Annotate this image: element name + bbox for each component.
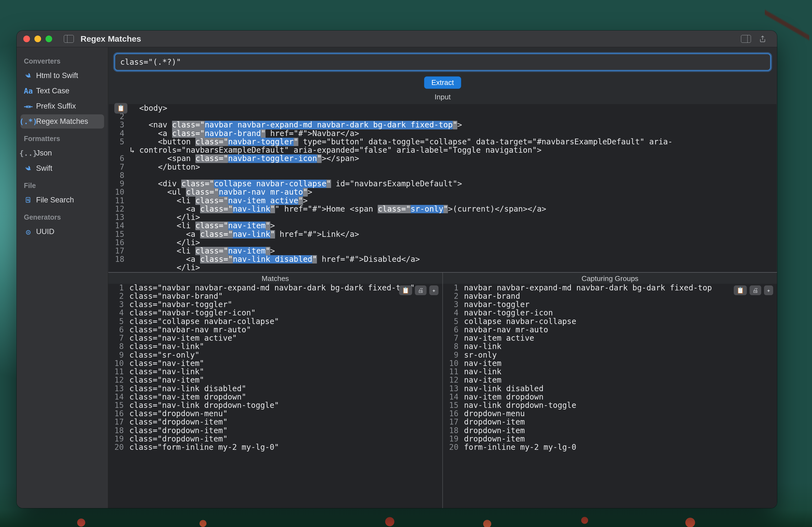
code-line: 15 <a class="nav-link" href="#">Link</a> xyxy=(109,230,777,239)
match-row: 6class="navbar-nav mr-auto" xyxy=(108,326,443,334)
group-row: 10nav-item xyxy=(443,359,777,368)
input-section-label: Input xyxy=(108,91,777,104)
print-matches-button[interactable]: 🖨 xyxy=(415,285,426,296)
copy-groups-button[interactable]: 📋 xyxy=(734,285,747,296)
clear-groups-button[interactable]: ✦ xyxy=(764,285,773,296)
match-row: 19class="dropdown-item" xyxy=(108,435,443,443)
match-row: 16class="dropdown-menu" xyxy=(108,410,443,418)
code-line: 14 <li class="nav-item"> xyxy=(109,222,777,230)
extract-button[interactable]: Extract xyxy=(424,76,462,89)
code-line: 17 <li class="nav-item"> xyxy=(109,247,777,255)
code-line: 10 <ul class="navbar-nav mr-auto"> xyxy=(109,188,777,196)
match-row: 5class="collapse navbar-collapse" xyxy=(108,317,443,326)
code-line: 3 <nav class="navbar navbar-expand-md na… xyxy=(109,121,777,129)
code-line: 8 xyxy=(109,171,777,180)
clear-matches-button[interactable]: ✦ xyxy=(429,285,438,296)
group-row: 3navbar-toggler xyxy=(443,300,777,309)
zoom-window-button[interactable] xyxy=(45,35,52,42)
match-row: 8class="nav-link" xyxy=(108,342,443,351)
code-line: </li> xyxy=(109,264,777,272)
regex-pattern-input[interactable] xyxy=(114,53,771,71)
sidebar-section-header: Converters xyxy=(20,52,104,68)
group-row: 9sr-only xyxy=(443,351,777,359)
close-window-button[interactable] xyxy=(23,35,30,42)
sidebar-item-json[interactable]: {..}Json xyxy=(20,146,104,160)
input-code-editor[interactable]: 1 <body>23 <nav class="navbar navbar-exp… xyxy=(109,104,777,272)
swift-icon xyxy=(25,165,32,172)
copy-matches-button[interactable]: 📋 xyxy=(399,285,412,296)
match-row: 4class="navbar-toggler-icon" xyxy=(108,309,443,317)
clipboard-icon: 📋 xyxy=(117,105,125,112)
code-line: 16 </li> xyxy=(109,239,777,247)
code-line: 2 xyxy=(109,112,777,121)
{..}-icon: {..} xyxy=(25,149,32,157)
matches-header: Matches xyxy=(108,273,443,284)
page-title: Regex Matches xyxy=(74,34,141,44)
sidebar-item-label: Json xyxy=(36,149,52,157)
sidebar-item-label: Prefix Suffix xyxy=(36,102,76,111)
Aa-icon: Aa xyxy=(25,87,32,95)
sidebar-item-uuid[interactable]: ◎UUID xyxy=(20,225,104,239)
sidebar-item-label: Regex Matches xyxy=(36,117,88,126)
code-line: 6 <span class="navbar-toggler-icon"></sp… xyxy=(109,154,777,163)
main-content: Extract Input 📋 1 <body>23 <nav class="n… xyxy=(108,47,777,508)
code-line: 1 <body> xyxy=(109,104,777,112)
swift-icon xyxy=(25,72,32,80)
group-row: 4navbar-toggler-icon xyxy=(443,309,777,317)
sidebar-item-prefix-suffix[interactable]: ⇥⇤Prefix Suffix xyxy=(20,99,104,113)
matches-pane[interactable]: 📋 🖨 ✦ 1class="navbar navbar-expand-md na… xyxy=(108,284,443,508)
svg-point-1 xyxy=(27,199,29,201)
group-row: 8nav-link xyxy=(443,342,777,351)
sidebar-item-regex-matches[interactable]: (.*)Regex Matches xyxy=(20,114,104,129)
match-row: 1class="navbar navbar-expand-md navbar-d… xyxy=(108,284,443,292)
code-line: 13 </li> xyxy=(109,213,777,222)
regex-icon: (.*) xyxy=(25,118,32,126)
group-row: 7nav-item active xyxy=(443,334,777,342)
code-line: 7 </button> xyxy=(109,163,777,171)
sidebar-item-text-case[interactable]: AaText Case xyxy=(20,84,104,98)
group-row: 16dropdown-menu xyxy=(443,410,777,418)
code-line: 4 <a class="navbar-brand" href="#">Navba… xyxy=(109,129,777,138)
sidebar-section-header: Formatters xyxy=(20,130,104,145)
group-row: 12nav-item xyxy=(443,376,777,384)
match-row: 13class="nav-link disabled" xyxy=(108,385,443,393)
groups-pane[interactable]: 📋 🖨 ✦ 1navbar navbar-expand-md navbar-da… xyxy=(443,284,777,508)
group-row: 5collapse navbar-collapse xyxy=(443,317,777,326)
sidebar-item-label: Swift xyxy=(36,164,53,173)
code-line: ↳ controls="navbarsExampleDefault" aria-… xyxy=(109,146,777,154)
group-row: 15nav-link dropdown-toggle xyxy=(443,401,777,410)
match-row: 20class="form-inline my-2 my-lg-0" xyxy=(108,443,443,452)
sidebar-item-label: Text Case xyxy=(36,87,69,95)
match-row: 15class="nav-link dropdown-toggle" xyxy=(108,401,443,410)
print-groups-button[interactable]: 🖨 xyxy=(750,285,761,296)
sidebar-item-label: UUID xyxy=(36,227,54,236)
doc-search-icon xyxy=(25,196,32,204)
code-line: 11 <li class="nav-item active"> xyxy=(109,197,777,205)
sidebar-item-file-search[interactable]: File Search xyxy=(20,193,104,207)
share-button[interactable] xyxy=(759,35,769,43)
sidebar-item-swift[interactable]: Swift xyxy=(20,161,104,175)
groups-header: Capturing Groups xyxy=(443,273,777,284)
match-row: 17class="dropdown-item" xyxy=(108,418,443,426)
sidebar-item-label: File Search xyxy=(36,196,74,204)
group-row: 18dropdown-item xyxy=(443,427,777,435)
group-row: 14nav-item dropdown xyxy=(443,393,777,401)
match-row: 12class="nav-item" xyxy=(108,376,443,384)
sidebar-item-html-to-swift[interactable]: Html to Swift xyxy=(20,69,104,83)
code-line: 18 <a class="nav-link disabled" href="#"… xyxy=(109,255,777,264)
minimize-window-button[interactable] xyxy=(34,35,41,42)
toggle-sidebar-button[interactable] xyxy=(64,35,74,43)
target-icon: ◎ xyxy=(25,228,32,236)
match-row: 2class="navbar-brand" xyxy=(108,292,443,300)
group-row: 17dropdown-item xyxy=(443,418,777,426)
group-row: 1navbar navbar-expand-md navbar-dark bg-… xyxy=(443,284,777,292)
match-row: 3class="navbar-toggler" xyxy=(108,300,443,309)
arrows-icon: ⇥⇤ xyxy=(25,102,32,110)
sidebar: ConvertersHtml to SwiftAaText Case⇥⇤Pref… xyxy=(17,47,108,508)
toggle-inspector-button[interactable] xyxy=(741,35,751,43)
copy-input-button[interactable]: 📋 xyxy=(114,103,127,114)
app-window: Regex Matches ConvertersHtml to SwiftAaT… xyxy=(17,30,777,508)
group-row: 20form-inline my-2 my-lg-0 xyxy=(443,443,777,452)
group-row: 11nav-link xyxy=(443,368,777,376)
code-line: 9 <div class="collapse navbar-collapse" … xyxy=(109,180,777,188)
